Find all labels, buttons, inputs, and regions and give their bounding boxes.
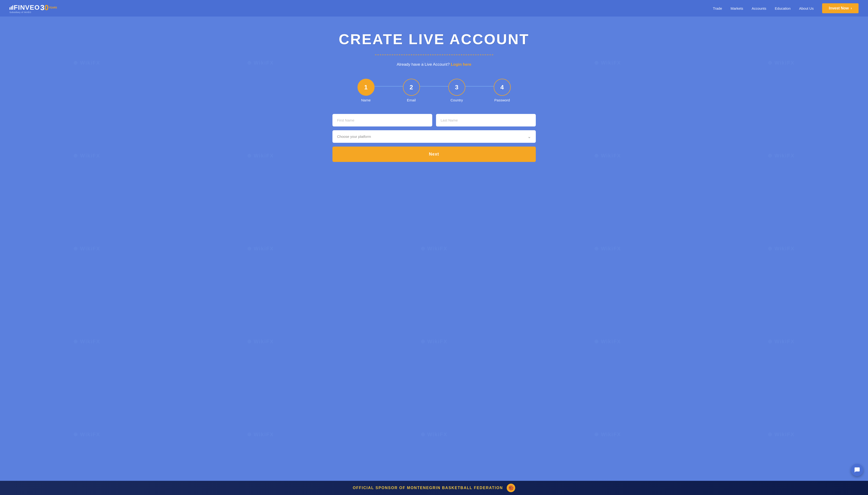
step-3-circle: 3 [448,79,465,96]
step-4-circle: 4 [494,79,511,96]
login-link[interactable]: Login here [451,62,471,67]
next-button[interactable]: Next [333,147,536,162]
divider [375,55,493,55]
page-title: CREATE LIVE ACCOUNT [5,31,863,48]
step-connector-2-3 [420,86,448,86]
step-1-label: Name [361,98,371,102]
step-2-circle: 2 [403,79,420,96]
nav-trade[interactable]: Trade [713,6,722,11]
step-1: 1 Name [358,79,375,102]
logo-bars-icon [10,5,13,10]
step-connector-1-2 [375,86,403,86]
navbar: FINVEO 30 YEARS Subsidiary of INVEO Trad… [0,0,868,17]
nav-links: Trade Markets Accounts Education About U… [713,3,858,13]
login-prompt: Already have a Live Account? Login here [5,62,863,67]
step-3: 3 Country [448,79,465,102]
platform-select[interactable]: Choose your platform MetaTrader 4 MetaTr… [333,130,536,143]
logo: FINVEO 30 YEARS Subsidiary of INVEO [10,3,57,14]
logo-30: 30 [40,3,49,12]
main-background: ⊕ WikiFX ⊕ WikiFX ⊕ WikiFX ⊕ WikiFX ⊕ Wi… [0,17,868,481]
basketball-badge-icon: 🏀 [507,484,515,492]
step-3-label: Country [450,98,463,102]
nav-about-us[interactable]: About Us [799,6,814,11]
step-4-label: Password [494,98,510,102]
step-1-circle: 1 [358,79,375,96]
step-2-label: Email [407,98,416,102]
logo-subtitle: Subsidiary of INVEO [10,11,31,14]
logo-years: YEARS [49,6,57,9]
platform-select-wrapper: Choose your platform MetaTrader 4 MetaTr… [333,130,536,143]
chat-button[interactable] [851,464,863,476]
logo-name: FINVEO [14,4,40,11]
nav-markets[interactable]: Markets [731,6,743,11]
step-4: 4 Password [494,79,511,102]
footer-banner: OFFICIAL SPONSOR OF MONTENEGRIN BASKETBA… [0,481,868,495]
nav-accounts[interactable]: Accounts [752,6,766,11]
invest-now-button[interactable]: Invest Now › [822,3,858,13]
sponsor-text: OFFICIAL SPONSOR OF MONTENEGRIN BASKETBA… [353,486,503,490]
first-name-input[interactable] [333,114,432,126]
chat-icon [854,467,860,473]
step-2: 2 Email [403,79,420,102]
steps-indicator: 1 Name 2 Email 3 Country [5,79,863,102]
last-name-input[interactable] [436,114,536,126]
step-connector-3-4 [465,86,494,86]
nav-education[interactable]: Education [775,6,791,11]
name-row [333,114,536,126]
registration-form: Choose your platform MetaTrader 4 MetaTr… [333,114,536,162]
